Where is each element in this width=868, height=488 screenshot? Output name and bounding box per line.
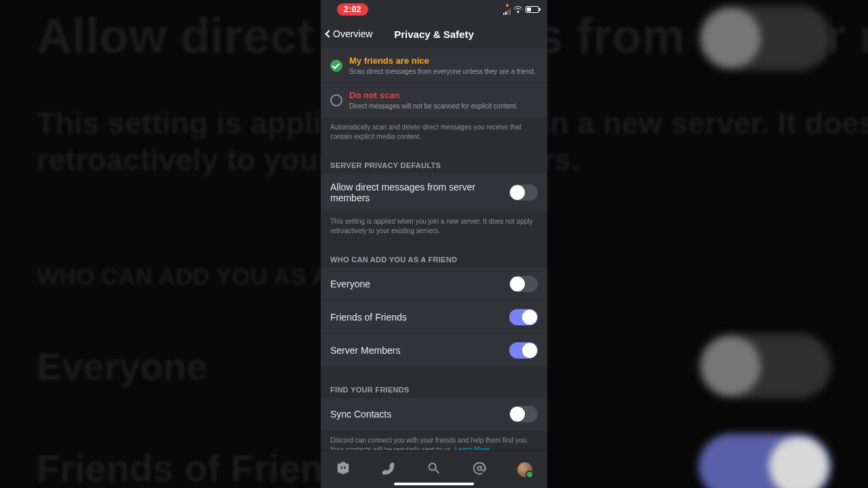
row-friends-of-friends[interactable]: Friends of Friends xyxy=(321,301,547,334)
toggle-everyone[interactable] xyxy=(509,276,538,292)
bg-fof: Friends of Friends xyxy=(37,446,368,488)
toggle-label: Everyone xyxy=(330,279,370,289)
phone-frame: 2:02 Overview Privacy & Safety My friend… xyxy=(321,0,547,488)
status-right xyxy=(503,4,539,15)
battery-icon xyxy=(526,6,539,13)
toggle-label: Allow direct messages from server member… xyxy=(330,182,509,203)
wifi-icon xyxy=(513,6,523,13)
recording-time-pill: 2:02 xyxy=(337,3,368,16)
search-icon xyxy=(427,461,441,476)
at-sign-icon xyxy=(472,461,487,476)
toggle-label: Server Members xyxy=(330,345,400,356)
toggle-server-members[interactable] xyxy=(509,342,538,359)
tab-friends[interactable] xyxy=(381,461,396,479)
scan-section-description: Automatically scan and delete direct mes… xyxy=(321,117,547,150)
option-title: My friends are nice xyxy=(349,56,536,66)
row-allow-dm[interactable]: Allow direct messages from server member… xyxy=(321,174,547,211)
bg-everyone: Everyone xyxy=(37,344,208,388)
scan-option-do-not-scan[interactable]: Do not scan Direct messages will not be … xyxy=(321,83,547,117)
option-subtitle: Direct messages will not be scanned for … xyxy=(349,102,517,110)
discord-logo-icon xyxy=(336,461,351,476)
status-bar: 2:02 xyxy=(321,0,547,19)
radio-selected-icon xyxy=(330,60,342,72)
avatar xyxy=(517,462,532,477)
radio-unselected-icon xyxy=(330,94,342,106)
nav-bar: Overview Privacy & Safety xyxy=(321,19,547,49)
section-header-who-add: WHO CAN ADD YOU AS A FRIEND xyxy=(321,245,547,268)
bg-toggle-on xyxy=(698,434,831,488)
tab-bar xyxy=(321,450,547,488)
cellular-signal-icon xyxy=(503,8,511,15)
toggle-friends-of-friends[interactable] xyxy=(509,309,538,325)
tab-mentions[interactable] xyxy=(472,461,487,479)
server-privacy-description: This setting is applied when you join a … xyxy=(321,211,547,245)
toggle-allow-dm[interactable] xyxy=(509,184,538,201)
home-indicator[interactable] xyxy=(394,483,474,485)
section-header-server-privacy: SERVER PRIVACY DEFAULTS xyxy=(321,150,547,174)
settings-scroll[interactable]: My friends are nice Scan direct messages… xyxy=(321,49,547,450)
option-subtitle: Scan direct messages from everyone unles… xyxy=(349,67,536,76)
page-title: Privacy & Safety xyxy=(394,28,474,40)
phone-person-icon xyxy=(381,461,396,476)
option-title: Do not scan xyxy=(349,90,517,100)
scan-option-friends-nice[interactable]: My friends are nice Scan direct messages… xyxy=(321,49,547,83)
tab-profile[interactable] xyxy=(517,462,532,477)
bg-toggle-off xyxy=(698,5,831,70)
back-button[interactable]: Overview xyxy=(326,28,372,39)
tab-home[interactable] xyxy=(336,461,351,479)
privacy-indicator-dot xyxy=(506,4,509,7)
find-friends-description: Discord can connect you with your friend… xyxy=(321,430,547,450)
row-server-members[interactable]: Server Members xyxy=(321,334,547,367)
back-label: Overview xyxy=(333,28,372,39)
toggle-label: Friends of Friends xyxy=(330,312,407,323)
toggle-sync-contacts[interactable] xyxy=(509,406,538,422)
bg-toggle-off-2 xyxy=(698,333,831,399)
chevron-left-icon xyxy=(325,30,332,37)
row-sync-contacts[interactable]: Sync Contacts xyxy=(321,398,547,430)
section-header-find-friends: FIND YOUR FRIENDS xyxy=(321,367,547,398)
row-everyone[interactable]: Everyone xyxy=(321,268,547,301)
tab-search[interactable] xyxy=(427,461,441,479)
toggle-label: Sync Contacts xyxy=(330,409,391,420)
